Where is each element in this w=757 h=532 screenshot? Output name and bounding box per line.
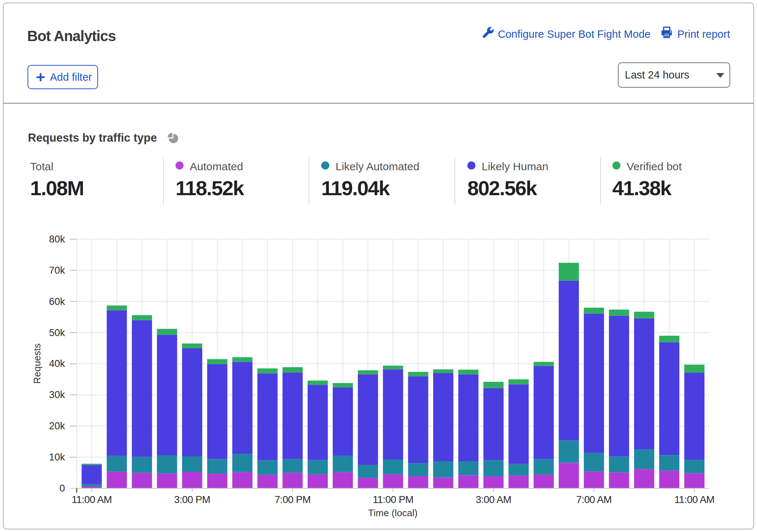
svg-text:11:00 AM: 11:00 AM	[72, 494, 112, 505]
svg-text:Time (local): Time (local)	[368, 507, 418, 518]
svg-text:11:00 AM: 11:00 AM	[674, 494, 714, 505]
svg-text:3:00 AM: 3:00 AM	[476, 494, 511, 505]
svg-text:11:00 PM: 11:00 PM	[373, 494, 413, 505]
svg-text:Requests: Requests	[32, 343, 43, 384]
svg-text:10k: 10k	[49, 452, 65, 463]
svg-text:40k: 40k	[49, 358, 65, 369]
svg-text:70k: 70k	[49, 265, 65, 276]
svg-text:80k: 80k	[49, 234, 65, 245]
svg-text:0: 0	[59, 483, 65, 494]
svg-text:20k: 20k	[49, 420, 65, 431]
svg-text:7:00 PM: 7:00 PM	[275, 494, 311, 505]
svg-text:7:00 AM: 7:00 AM	[576, 494, 612, 505]
svg-text:3:00 PM: 3:00 PM	[174, 494, 210, 505]
svg-text:60k: 60k	[49, 296, 65, 307]
svg-text:50k: 50k	[49, 327, 65, 338]
svg-text:30k: 30k	[49, 389, 65, 400]
